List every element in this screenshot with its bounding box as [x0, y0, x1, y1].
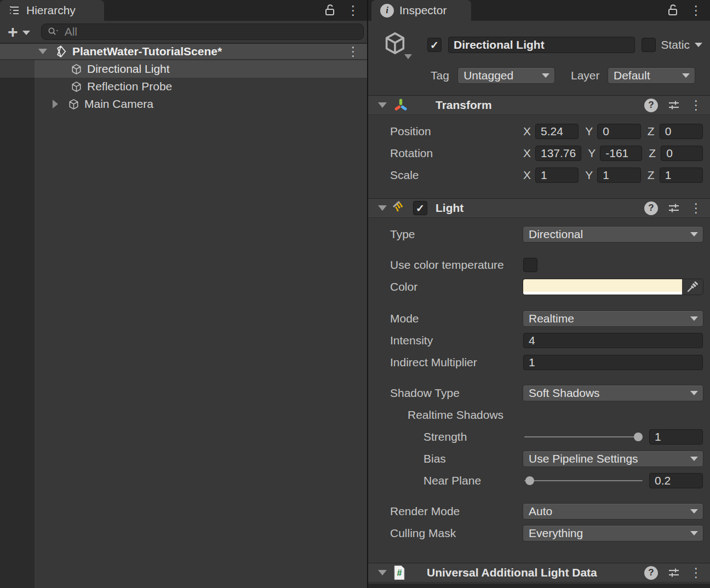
- add-object-button[interactable]: +: [7, 25, 19, 39]
- presets-icon[interactable]: [667, 566, 680, 579]
- tree-item-label: Reflection Probe: [87, 80, 172, 93]
- tab-hierarchy[interactable]: Hierarchy: [0, 0, 104, 21]
- eyedropper-button[interactable]: [682, 279, 703, 295]
- hierarchy-toolbar: + All: [0, 21, 367, 44]
- culling-mask-label: Culling Mask: [390, 527, 523, 540]
- gameobject-cube-icon: [70, 63, 83, 76]
- rotation-row: Rotation X 137.76 Y -161 Z 0: [390, 146, 703, 161]
- component-menu-icon[interactable]: ⋮: [690, 567, 702, 579]
- lock-open-icon[interactable]: [324, 3, 336, 18]
- use-color-temperature-checkbox[interactable]: [523, 258, 537, 272]
- svg-text:#: #: [397, 568, 402, 578]
- strength-field[interactable]: 1: [649, 429, 703, 445]
- use-color-temperature-label: Use color temperature: [390, 258, 523, 272]
- script-icon: #: [392, 564, 406, 581]
- transform-header[interactable]: Transform ? ⋮: [368, 95, 710, 115]
- tag-dropdown[interactable]: Untagged: [458, 68, 554, 83]
- hierarchy-search-input[interactable]: All: [41, 24, 364, 40]
- tree-item-main-camera[interactable]: Main Camera: [0, 95, 367, 113]
- type-label: Type: [390, 228, 523, 241]
- help-icon[interactable]: ?: [644, 201, 658, 215]
- near-plane-slider-knob[interactable]: [525, 476, 534, 485]
- component-menu-icon[interactable]: ⋮: [690, 202, 702, 215]
- gameobject-header: ✓ Directional Light Static Tag Untagged …: [368, 21, 710, 91]
- rotation-z-field[interactable]: 0: [661, 146, 703, 161]
- active-checkbox[interactable]: ✓: [427, 38, 442, 52]
- intensity-row: Intensity 4: [390, 333, 703, 348]
- bottom-strip: [368, 584, 710, 588]
- color-label: Color: [390, 280, 523, 293]
- scene-foldout-icon[interactable]: [38, 49, 47, 54]
- render-mode-dropdown[interactable]: Auto: [523, 504, 703, 519]
- static-checkbox[interactable]: [642, 38, 656, 52]
- scene-header-row[interactable]: PlanetWater-TutorialScene* ⋮: [0, 44, 367, 60]
- add-object-caret-icon[interactable]: [22, 31, 30, 35]
- scale-z-field[interactable]: 1: [660, 168, 703, 183]
- tree-item-reflection-probe[interactable]: Reflection Probe: [0, 78, 367, 95]
- type-dropdown[interactable]: Directional: [523, 227, 703, 242]
- tree-item-label: Directional Light: [87, 62, 170, 76]
- indirect-multiplier-label: Indirect Multiplier: [390, 356, 523, 369]
- light-title: Light: [436, 201, 463, 215]
- panel-menu-icon[interactable]: ⋮: [690, 4, 702, 17]
- static-label: Static: [661, 38, 690, 51]
- hierarchy-tree: Directional Light Reflection Probe: [0, 60, 367, 588]
- scale-row: Scale X 1 Y 1 Z 1: [390, 168, 703, 183]
- help-icon[interactable]: ?: [644, 566, 658, 580]
- color-temperature-row: Use color temperature: [390, 257, 703, 273]
- layer-label: Layer: [571, 69, 603, 82]
- help-icon[interactable]: ?: [644, 99, 658, 112]
- lock-open-icon[interactable]: [667, 3, 679, 18]
- near-plane-field[interactable]: 0.2: [649, 473, 703, 488]
- bias-dropdown[interactable]: Use Pipeline Settings: [523, 451, 703, 466]
- info-icon: i: [380, 4, 394, 18]
- panel-menu-icon[interactable]: ⋮: [347, 4, 359, 17]
- inspector-tabbar: i Inspector ⋮: [368, 0, 710, 21]
- hierarchy-empty-area: [0, 113, 367, 588]
- rotation-label: Rotation: [390, 147, 523, 160]
- culling-mask-dropdown[interactable]: Everything: [523, 526, 703, 541]
- gameobject-icon[interactable]: [382, 31, 413, 59]
- scale-y-field[interactable]: 1: [597, 168, 640, 183]
- position-x-field[interactable]: 5.24: [535, 124, 579, 139]
- intensity-field[interactable]: 4: [523, 333, 703, 348]
- indirect-multiplier-field[interactable]: 1: [523, 355, 703, 370]
- culling-mask-row: Culling Mask Everything: [390, 526, 703, 541]
- bias-row: Bias Use Pipeline Settings: [423, 451, 703, 466]
- mode-dropdown[interactable]: Realtime: [523, 311, 703, 326]
- light-color-swatch[interactable]: [523, 279, 682, 295]
- search-icon[interactable]: [47, 26, 60, 37]
- scene-menu-icon[interactable]: ⋮: [347, 45, 359, 58]
- scale-x-field[interactable]: 1: [535, 168, 579, 183]
- light-enabled-checkbox[interactable]: ✓: [413, 201, 427, 215]
- gameobject-icon-caret[interactable]: [404, 54, 412, 59]
- expand-children-icon[interactable]: [53, 100, 58, 108]
- scene-name: PlanetWater-TutorialScene*: [72, 45, 222, 58]
- component-foldout-icon[interactable]: [378, 570, 387, 575]
- universal-additional-light-data-header[interactable]: # Universal Additional Light Data ? ⋮: [368, 563, 710, 583]
- light-foldout-icon[interactable]: [378, 205, 387, 211]
- strength-slider-knob[interactable]: [634, 433, 643, 441]
- layer-dropdown[interactable]: Default: [608, 68, 695, 83]
- strength-slider[interactable]: [523, 429, 644, 445]
- transform-foldout-icon[interactable]: [378, 102, 387, 108]
- rotation-x-field[interactable]: 137.76: [535, 146, 581, 161]
- transform-icon: [392, 97, 409, 113]
- light-header[interactable]: ✓ Light ? ⋮: [368, 198, 710, 218]
- presets-icon[interactable]: [667, 99, 680, 112]
- component-menu-icon[interactable]: ⋮: [690, 99, 702, 112]
- shadow-type-label: Shadow Type: [390, 387, 523, 400]
- shadow-type-dropdown[interactable]: Soft Shadows: [523, 385, 703, 401]
- name-field[interactable]: Directional Light: [448, 37, 635, 53]
- rotation-y-field[interactable]: -161: [600, 146, 642, 161]
- near-plane-slider[interactable]: [523, 473, 644, 488]
- strength-row: Strength 1: [423, 429, 703, 445]
- tree-item-directional-light[interactable]: Directional Light: [0, 60, 367, 78]
- static-caret-icon[interactable]: [695, 43, 702, 47]
- position-y-field[interactable]: 0: [597, 124, 640, 139]
- tab-inspector[interactable]: i Inspector: [371, 0, 471, 21]
- search-placeholder: All: [65, 25, 77, 38]
- eyedropper-icon: [686, 281, 698, 293]
- position-z-field[interactable]: 0: [660, 124, 703, 139]
- presets-icon[interactable]: [667, 201, 680, 215]
